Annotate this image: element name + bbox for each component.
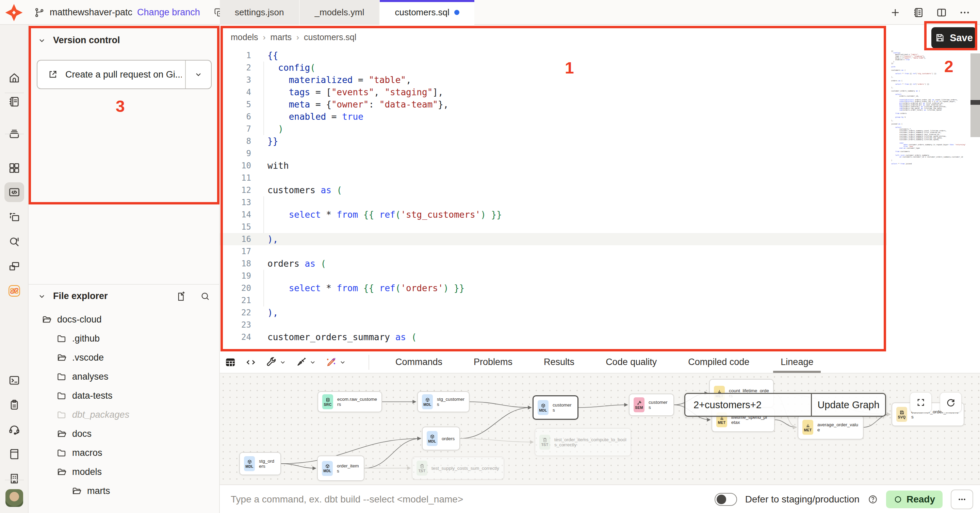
defer-toggle[interactable] (714, 493, 737, 506)
tree-item-.github[interactable]: .github (29, 329, 219, 348)
breadcrumb-segment[interactable]: customers.sql (304, 32, 356, 42)
code-line-21[interactable]: 21 (220, 294, 887, 307)
code-line-14[interactable]: 14 select * from {{ ref('stg_customers')… (220, 208, 887, 221)
code-line-19[interactable]: 19 (220, 270, 887, 282)
build-tools-icon[interactable] (266, 357, 286, 368)
tree-item-analyses[interactable]: analyses (29, 367, 219, 386)
code-line-12[interactable]: 12customers as ( (220, 184, 887, 196)
code-line-8[interactable]: 8}} (220, 135, 887, 147)
code-line-9[interactable]: 9 (220, 147, 887, 160)
lineage-node-raw[interactable]: SRCecom.raw_customers (318, 391, 382, 412)
code-line-17[interactable]: 17 (220, 245, 887, 257)
lineage-node-stg_cust[interactable]: MDLstg_customers (417, 391, 469, 412)
code-line-6[interactable]: 6 enabled = true (220, 111, 887, 123)
rail-terminal-icon[interactable] (5, 370, 24, 390)
change-branch-link[interactable]: Change branch (137, 7, 200, 18)
panel-tab-results[interactable]: Results (528, 351, 590, 373)
pr-dropdown-caret[interactable] (186, 70, 211, 79)
code-line-5[interactable]: 5 meta = {"owner": "data-team"}, (220, 98, 887, 111)
tree-item-data-tests[interactable]: data-tests (29, 386, 219, 405)
tree-item-marts[interactable]: marts (29, 481, 219, 500)
lineage-node-ord_items[interactable]: MDLorder_items (317, 456, 364, 481)
new-file-icon[interactable] (176, 291, 186, 302)
rail-windows-icon[interactable] (5, 256, 24, 276)
code-line-1[interactable]: 1{{ (220, 49, 887, 62)
file-explorer-header[interactable]: File explorer (37, 291, 210, 302)
breadcrumb-segment[interactable]: marts (270, 32, 292, 42)
rail-book-icon[interactable] (5, 444, 24, 464)
notebook-icon[interactable] (913, 7, 924, 18)
scrollbar-thumb[interactable] (970, 100, 980, 105)
rail-grid-icon[interactable] (5, 158, 24, 178)
panel-tab-problems[interactable]: Problems (458, 351, 528, 373)
scrollbar[interactable] (970, 53, 980, 137)
rail-code-icon[interactable] (5, 182, 24, 202)
code-line-22[interactable]: 22), (220, 307, 887, 319)
fullscreen-button[interactable] (910, 392, 932, 413)
tree-item-macros[interactable]: macros (29, 443, 219, 462)
lineage-node-cust_sem[interactable]: SEMcustomers (629, 394, 674, 416)
refresh-button[interactable] (940, 392, 962, 413)
format-icon[interactable] (295, 357, 317, 368)
code-line-24[interactable]: 24customer_orders_summary as ( (220, 331, 887, 343)
tab-customers.sql[interactable]: customers.sql (380, 0, 474, 25)
rail-home-icon[interactable] (5, 68, 24, 88)
rail-headset-icon[interactable] (5, 419, 24, 439)
code-line-16[interactable]: 16), (220, 233, 887, 245)
user-avatar[interactable] (5, 489, 23, 507)
code-line-11[interactable]: 11 (220, 172, 887, 184)
code-view-icon[interactable] (245, 357, 256, 368)
new-tab-icon[interactable] (889, 7, 901, 18)
lineage-node-orders[interactable]: MDLorders (422, 427, 460, 450)
search-icon[interactable] (200, 291, 210, 302)
create-pr-button[interactable]: Create a pull request on Gi... (37, 60, 212, 89)
version-control-header[interactable]: Version control (37, 35, 120, 46)
code-line-13[interactable]: 13 (220, 196, 887, 208)
code-line-7[interactable]: 7 ) (220, 123, 887, 135)
more-menu-icon[interactable] (959, 7, 970, 18)
more-options-button[interactable] (951, 489, 973, 509)
code-line-23[interactable]: 23 (220, 319, 887, 331)
code-line-18[interactable]: 18orders as ( (220, 257, 887, 270)
code-line-3[interactable]: 3 materialized = "table", (220, 74, 887, 86)
rail-clipboard-icon[interactable] (5, 395, 24, 415)
code-area[interactable]: 1{{2 config(3 materialized = "table",4 t… (220, 49, 887, 343)
panel-tab-lineage[interactable]: Lineage (765, 351, 829, 373)
lineage-node-tst_ord[interactable]: TSTtest_order_items_compute_to_bools_cor… (535, 428, 631, 456)
rail-frame-icon[interactable] (5, 208, 24, 227)
tree-item-models[interactable]: models (29, 462, 219, 481)
lineage-node-stg_ord[interactable]: MDLstg_orders (239, 452, 281, 475)
panel-tab-compiled-code[interactable]: Compiled code (672, 351, 765, 373)
panel-tab-commands[interactable]: Commands (380, 351, 458, 373)
lineage-node-tst_sup[interactable]: TSTtest_supply_costs_sum_correctly (412, 457, 504, 480)
code-line-20[interactable]: 20 select * from {{ ref('orders') }} (220, 282, 887, 294)
minimap[interactable]: {{ config( materialized = "table", tags … (891, 50, 973, 165)
rail-journal-icon[interactable] (5, 92, 24, 111)
tab-_models.yml[interactable]: _models.yml (300, 0, 380, 25)
command-input[interactable]: Type a command, ex. dbt build --select <… (231, 485, 463, 513)
save-button[interactable]: Save (931, 27, 976, 48)
help-icon[interactable] (868, 494, 878, 505)
lineage-node-avg_ov[interactable]: METaverage_order_value (798, 415, 864, 440)
panel-tab-code-quality[interactable]: Code quality (590, 351, 672, 373)
tree-item-dbt_packages[interactable]: dbt_packages (29, 405, 219, 424)
tree-item-docs[interactable]: docs (29, 424, 219, 443)
rail-search-chart-icon[interactable] (5, 232, 24, 252)
code-line-10[interactable]: 10with (220, 160, 887, 172)
update-graph-button[interactable]: Update Graph (812, 399, 885, 411)
tab-settings.json[interactable]: settings.json (220, 0, 300, 25)
tree-item-.vscode[interactable]: .vscode (29, 348, 219, 367)
code-line-4[interactable]: 4 tags = ["events", "staging"], (220, 86, 887, 98)
rail-atom-icon[interactable] (5, 281, 24, 301)
rail-building-icon[interactable] (5, 469, 24, 489)
breadcrumb-segment[interactable]: models (231, 32, 258, 42)
code-line-15[interactable]: 15 (220, 221, 887, 233)
results-table-icon[interactable] (224, 357, 236, 368)
lineage-canvas[interactable]: 2+customers+2 Update Graph SRCecom.raw_c… (220, 373, 980, 484)
tree-item-docs-cloud[interactable]: docs-cloud (29, 310, 219, 329)
lineage-node-cust_mdl[interactable]: MDLcustomers (533, 395, 579, 420)
code-line-2[interactable]: 2 config( (220, 62, 887, 74)
lineage-filter-input[interactable]: 2+customers+2 (685, 399, 811, 411)
split-pane-icon[interactable] (936, 7, 947, 18)
branch-name[interactable]: matthewshaver-patc (50, 7, 132, 18)
